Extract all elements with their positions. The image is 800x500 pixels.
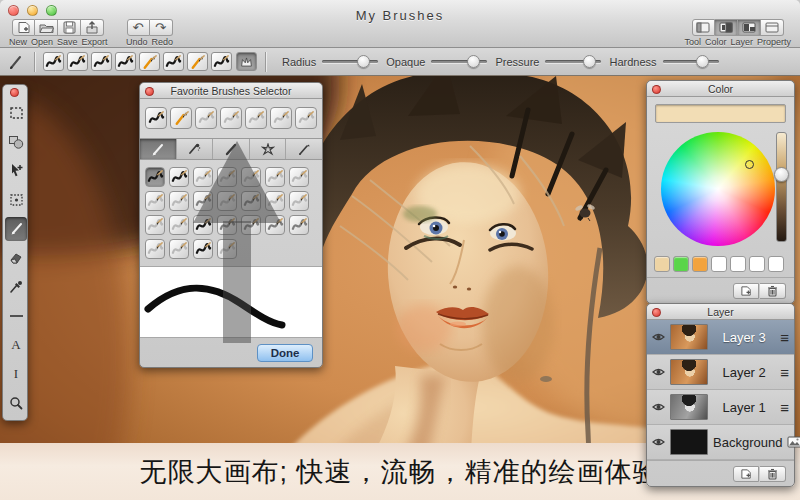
favorite-brush-6[interactable]: [270, 107, 292, 129]
view-toggle-tool-button[interactable]: [692, 19, 715, 36]
eye-icon[interactable]: [652, 437, 665, 447]
grid-brush-20[interactable]: [265, 215, 285, 235]
trash-button[interactable]: [760, 283, 786, 299]
brush-tab-2[interactable]: [177, 139, 214, 159]
drag-handle-icon[interactable]: ≡: [780, 330, 789, 345]
text-cursor-tool[interactable]: I: [3, 359, 29, 388]
grid-brush-12[interactable]: [241, 191, 261, 211]
eye-icon[interactable]: [652, 332, 665, 342]
trash-button[interactable]: [760, 466, 786, 482]
slider-hardness-track[interactable]: [663, 60, 719, 63]
close-icon[interactable]: [10, 88, 19, 97]
grid-brush-1[interactable]: [145, 167, 165, 187]
grid-brush-16[interactable]: [169, 215, 189, 235]
title-bar[interactable]: My Brushes NewOpenSaveExport ↶↷UndoRedo …: [0, 0, 800, 48]
done-button[interactable]: Done: [257, 344, 313, 362]
grid-brush-2[interactable]: [169, 167, 189, 187]
swatch-6[interactable]: [749, 256, 765, 272]
text-tool[interactable]: A: [3, 330, 29, 359]
grid-brush-9[interactable]: [169, 191, 189, 211]
favorite-brush-1[interactable]: [145, 107, 167, 129]
grid-brush-4[interactable]: [217, 167, 237, 187]
swatch-2[interactable]: [673, 256, 689, 272]
brush-preset-6[interactable]: [163, 52, 184, 71]
grid-brush-21[interactable]: [289, 215, 309, 235]
swatch-7[interactable]: [768, 256, 784, 272]
close-icon[interactable]: [652, 85, 661, 94]
view-toggle-color-button[interactable]: [715, 19, 738, 36]
close-icon[interactable]: [652, 308, 661, 317]
brush-preset-1[interactable]: [43, 52, 64, 71]
brush-preset-4[interactable]: [115, 52, 136, 71]
grid-brush-18[interactable]: [217, 215, 237, 235]
transform-select-tool[interactable]: [3, 185, 29, 214]
grid-brush-24[interactable]: [193, 239, 213, 259]
layer-panel-titlebar[interactable]: Layer: [647, 304, 794, 320]
grid-brush-19[interactable]: [241, 215, 261, 235]
favorite-brush-5[interactable]: [245, 107, 267, 129]
eraser-tool[interactable]: [3, 243, 29, 272]
grid-brush-5[interactable]: [241, 167, 261, 187]
layer-row-background[interactable]: Background: [647, 425, 794, 460]
eye-icon[interactable]: [652, 402, 665, 412]
favorite-brush-7[interactable]: [295, 107, 317, 129]
swatch-3[interactable]: [692, 256, 708, 272]
brush-preset-2[interactable]: [67, 52, 88, 71]
slider-opaque-thumb[interactable]: [467, 55, 480, 68]
slider-opaque-track[interactable]: [431, 60, 487, 63]
grid-brush-17[interactable]: [193, 215, 213, 235]
tool-palette-header[interactable]: [3, 85, 27, 98]
layer-row-layer-2[interactable]: Layer 2≡: [647, 355, 794, 390]
favorite-brushes-titlebar[interactable]: Favorite Brushes Selector: [140, 83, 322, 99]
grid-brush-7[interactable]: [289, 167, 309, 187]
zoom-tool[interactable]: [3, 388, 29, 417]
brush-tool[interactable]: [3, 214, 29, 243]
eye-icon[interactable]: [652, 367, 665, 377]
close-icon[interactable]: [145, 87, 154, 96]
slider-hardness-thumb[interactable]: [696, 55, 709, 68]
layer-row-layer-1[interactable]: Layer 1≡: [647, 390, 794, 425]
toolbar-save-button[interactable]: [58, 19, 81, 36]
grid-brush-14[interactable]: [289, 191, 309, 211]
rect-select-tool[interactable]: [3, 98, 29, 127]
brightness-slider[interactable]: [776, 132, 787, 242]
toolbar-new-button[interactable]: [12, 19, 35, 36]
slider-radius-track[interactable]: [322, 60, 378, 63]
shape-tool[interactable]: [3, 127, 29, 156]
grid-brush-22[interactable]: [145, 239, 165, 259]
toolbar-undo-button[interactable]: ↶: [127, 19, 150, 36]
favorite-brush-4[interactable]: [220, 107, 242, 129]
view-toggle-property-button[interactable]: [761, 19, 784, 36]
brush-tab-3[interactable]: [213, 139, 250, 159]
favorite-brush-2[interactable]: [170, 107, 192, 129]
grid-brush-3[interactable]: [193, 167, 213, 187]
swatch-1[interactable]: [654, 256, 670, 272]
drag-handle-icon[interactable]: ≡: [780, 400, 789, 415]
favorite-brushes-toggle[interactable]: [236, 52, 257, 71]
eyedropper-tool[interactable]: [3, 272, 29, 301]
layer-row-layer-3[interactable]: Layer 3≡: [647, 320, 794, 355]
grid-brush-23[interactable]: [169, 239, 189, 259]
drag-handle-icon[interactable]: ≡: [780, 365, 789, 380]
grid-brush-25[interactable]: [217, 239, 237, 259]
toolbar-open-button[interactable]: [35, 19, 58, 36]
brush-preset-3[interactable]: [91, 52, 112, 71]
grid-brush-11[interactable]: [217, 191, 237, 211]
grid-brush-6[interactable]: [265, 167, 285, 187]
slider-radius-thumb[interactable]: [357, 55, 370, 68]
grid-brush-10[interactable]: [193, 191, 213, 211]
toolbar-redo-button[interactable]: ↷: [150, 19, 173, 36]
brush-tab-4[interactable]: [250, 139, 287, 159]
brush-preset-8[interactable]: [211, 52, 232, 71]
color-wheel[interactable]: [661, 132, 775, 246]
slider-pressure-thumb[interactable]: [583, 55, 596, 68]
grid-brush-13[interactable]: [265, 191, 285, 211]
grid-brush-15[interactable]: [145, 215, 165, 235]
swatch-5[interactable]: [730, 256, 746, 272]
new-layer-button[interactable]: [733, 466, 759, 482]
color-wheel-marker[interactable]: [745, 160, 754, 169]
grid-brush-8[interactable]: [145, 191, 165, 211]
line-tool[interactable]: [3, 301, 29, 330]
brush-tab-5[interactable]: [286, 139, 322, 159]
brush-preset-5[interactable]: [139, 52, 160, 71]
